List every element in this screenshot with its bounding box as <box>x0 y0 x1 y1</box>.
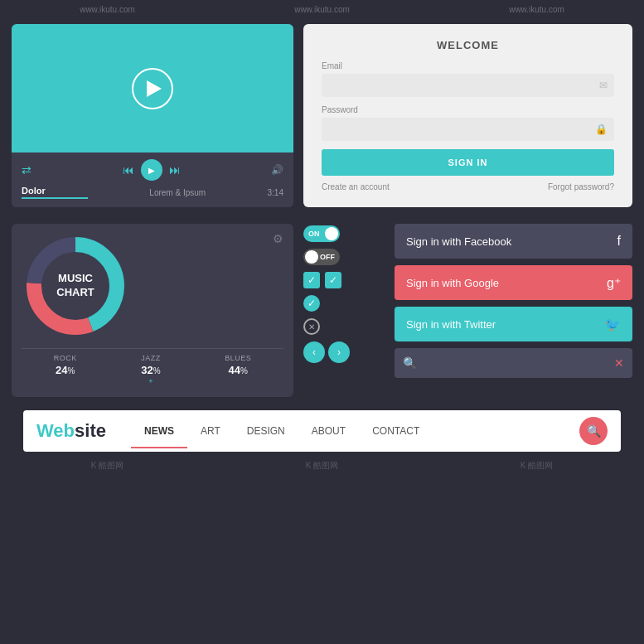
next-icon[interactable]: ⏭ <box>169 163 181 177</box>
email-icon: ✉ <box>599 80 608 91</box>
left-controls: ⇄ <box>22 163 31 177</box>
nav-logo: Website <box>36 420 106 442</box>
toggle-off-label: OFF <box>320 253 335 261</box>
stat-rock: ROCK 24% <box>54 354 77 385</box>
x-row: ✕ <box>303 318 386 335</box>
track-name-wrap: Dolor <box>22 186 88 199</box>
password-label: Password <box>322 105 614 114</box>
nav-search-button[interactable]: 🔍 <box>579 417 608 445</box>
signin-button[interactable]: SIGN IN <box>322 149 614 176</box>
stat-jazz-plus: + <box>141 377 161 385</box>
password-input-wrap: 🔒 <box>322 118 614 141</box>
track-info: Dolor Lorem & Ipsum 3:14 <box>22 186 283 199</box>
nav-link-contact[interactable]: CONTACT <box>359 414 433 448</box>
twitter-icon: 🐦 <box>604 317 621 332</box>
search-icon: 🔍 <box>403 356 417 370</box>
bottom-watermark-2: K 酷图网 <box>306 460 338 472</box>
email-input-wrap: ✉ <box>322 74 614 97</box>
track-time: 3:14 <box>268 188 283 197</box>
volume-icon[interactable]: 🔊 <box>271 164 283 176</box>
donut-chart: MUSIC CHART <box>22 232 129 340</box>
stat-jazz-label: JAZZ <box>141 354 161 362</box>
toggle-off-knob <box>305 250 318 264</box>
login-card: WELCOME Email ✉ Password 🔒 SIGN IN Creat… <box>303 24 632 207</box>
forgot-password-link[interactable]: Forgot password? <box>548 182 614 191</box>
x-button[interactable]: ✕ <box>303 318 320 335</box>
top-watermark-3: www.ikutu.com <box>509 5 564 14</box>
chart-stats: ROCK 24% JAZZ 32% + BLUES 44% <box>22 348 283 389</box>
stat-rock-pct: % <box>68 366 75 375</box>
chart-label: MUSIC CHART <box>56 272 94 300</box>
chart-card: ⚙ MUSIC CHART <box>12 224 293 397</box>
right-panel: ON OFF ✓ ✓ ✓ ✕ <box>303 224 632 397</box>
toggles-col: ON OFF ✓ ✓ ✓ ✕ <box>303 224 386 397</box>
shuffle-icon[interactable]: ⇄ <box>22 163 31 177</box>
nav-next-arrow[interactable]: › <box>328 341 350 363</box>
right-controls: 🔊 <box>271 164 283 176</box>
nav-links: NEWS ART DESIGN ABOUT CONTACT <box>131 414 563 448</box>
progress-bar <box>22 197 88 199</box>
play-circle-btn[interactable]: ▶ <box>141 159 162 181</box>
toggle-on-label: ON <box>308 230 320 238</box>
login-footer: Create an account Forgot password? <box>322 182 614 191</box>
bottom-watermark-3: K 酷图网 <box>521 460 553 472</box>
twitter-button[interactable]: Sign in with Twitter 🐦 <box>395 307 632 341</box>
facebook-icon: f <box>617 234 621 249</box>
track-artist: Lorem & Ipsum <box>149 188 206 197</box>
video-controls: ⇄ ⏮ ▶ ⏭ 🔊 Dolor Lorem & Ipsum 3:14 <box>12 153 293 207</box>
chart-content: MUSIC CHART <box>22 232 283 340</box>
top-bar: www.ikutu.com www.ikutu.com www.ikutu.co… <box>0 0 644 17</box>
toggle-off[interactable]: OFF <box>303 249 340 265</box>
video-screen <box>12 24 293 153</box>
toggle-on[interactable]: ON <box>303 225 340 242</box>
checkbox-1[interactable]: ✓ <box>303 272 320 288</box>
nav-bar-wrap: Website NEWS ART DESIGN ABOUT CONTACT 🔍 <box>0 404 644 457</box>
stat-rock-value: 24 <box>56 364 67 376</box>
track-name: Dolor <box>22 186 88 196</box>
center-controls: ⏮ ▶ ⏭ <box>123 159 181 181</box>
radio-row: ✓ <box>303 295 386 312</box>
bottom-watermark-1: K 酷图网 <box>91 460 123 472</box>
logo-web: Web <box>36 420 75 441</box>
email-label: Email <box>322 61 614 70</box>
nav-link-news[interactable]: NEWS <box>131 414 187 448</box>
facebook-label: Sign in with Facebook <box>406 235 511 248</box>
stat-blues-label: BLUES <box>225 354 251 362</box>
stat-blues-value: 44 <box>229 364 240 376</box>
nav-link-art[interactable]: ART <box>187 414 234 448</box>
play-icon <box>147 80 162 97</box>
nav-prev-arrow[interactable]: ‹ <box>303 341 325 363</box>
google-icon: g⁺ <box>607 275 621 291</box>
toggle-on-row: ON <box>303 225 386 242</box>
controls-row: ⇄ ⏮ ▶ ⏭ 🔊 <box>22 159 283 181</box>
nav-link-about[interactable]: ABOUT <box>298 414 359 448</box>
top-watermark-1: www.ikutu.com <box>80 5 135 14</box>
play-button[interactable] <box>132 68 173 109</box>
toggle-on-knob <box>325 227 338 240</box>
stat-blues-pct: % <box>240 366 248 375</box>
search-clear-icon[interactable]: ✕ <box>614 356 624 370</box>
google-label: Sign in with Google <box>406 277 499 289</box>
checkbox-2[interactable]: ✓ <box>325 272 341 288</box>
stat-blues: BLUES 44% <box>225 354 251 385</box>
search-bar: 🔍 ✕ <box>395 348 632 378</box>
toggle-off-row: OFF <box>303 249 386 265</box>
nav-link-design[interactable]: DESIGN <box>234 414 298 448</box>
login-title: WELCOME <box>322 39 614 51</box>
stat-rock-label: ROCK <box>54 354 77 362</box>
main-grid: ⇄ ⏮ ▶ ⏭ 🔊 Dolor Lorem & Ipsum 3:14 <box>0 17 644 224</box>
email-input[interactable] <box>322 74 614 97</box>
stat-jazz-value: 32 <box>141 364 153 376</box>
create-account-link[interactable]: Create an account <box>322 182 390 191</box>
google-button[interactable]: Sign in with Google g⁺ <box>395 265 632 300</box>
facebook-button[interactable]: Sign in with Facebook f <box>395 224 632 259</box>
gear-icon[interactable]: ⚙ <box>273 232 283 245</box>
stat-jazz: JAZZ 32% + <box>141 354 161 385</box>
password-input[interactable] <box>322 118 614 141</box>
search-input[interactable] <box>424 348 608 378</box>
logo-site: site <box>75 420 106 441</box>
checkboxes-row: ✓ ✓ <box>303 272 386 288</box>
bottom-bar: K 酷图网 K 酷图网 K 酷图网 <box>0 457 644 475</box>
radio-checked[interactable]: ✓ <box>303 295 320 312</box>
prev-icon[interactable]: ⏮ <box>123 163 134 177</box>
